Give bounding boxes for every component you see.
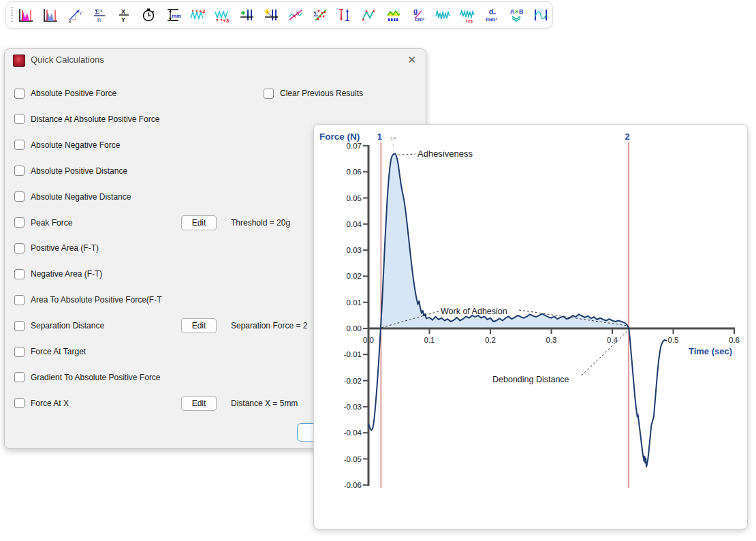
y-tick-label: 0.01 bbox=[347, 298, 362, 307]
checkbox-force-at-x[interactable] bbox=[14, 398, 25, 408]
toolbar-count-peaks-up-3-icon[interactable]: +3 bbox=[189, 6, 206, 24]
row-clear-previous-results: Clear Previous Results bbox=[264, 85, 363, 102]
toolbar-a-times-b-icon[interactable]: A×B bbox=[507, 6, 525, 24]
checkbox-area-to-absolute-positive-force-f-t[interactable] bbox=[14, 295, 25, 305]
svg-text:B: B bbox=[519, 8, 524, 15]
svg-text:x: x bbox=[100, 8, 103, 13]
toolbar-diameter-mm3-icon[interactable]: dmm³ bbox=[483, 6, 501, 24]
checkbox-absolute-positive-force[interactable] bbox=[14, 89, 25, 99]
edit-button-force-at-x[interactable]: Edit bbox=[181, 396, 217, 411]
svg-text:mm³: mm³ bbox=[486, 16, 497, 22]
gradient-through-curve-icon bbox=[287, 7, 304, 23]
toolbar-slope-arrows-icon[interactable] bbox=[360, 6, 378, 24]
svg-text:Σ: Σ bbox=[313, 10, 318, 18]
y-axis-title: Force (N) bbox=[319, 132, 360, 142]
x-axis-title: Time (sec) bbox=[689, 346, 732, 356]
y-tick-label: -0.03 bbox=[344, 403, 362, 411]
row-positive-area-f-t: Positive Area (F-T) bbox=[14, 240, 99, 256]
y-tick-label: 0.03 bbox=[347, 246, 362, 254]
toolbar-grip[interactable] bbox=[11, 7, 13, 23]
toolbar-area-band-icon[interactable] bbox=[385, 6, 403, 24]
checkbox-absolute-negative-force[interactable] bbox=[14, 140, 25, 150]
x-tick-label: 0.2 bbox=[485, 336, 496, 344]
dialog-title: Quick Calculations bbox=[31, 55, 104, 65]
close-icon[interactable]: ✕ bbox=[407, 54, 416, 65]
value-force-at-x: Distance X = 5mm bbox=[231, 399, 298, 408]
toolbar-marker-cursors-star-icon[interactable] bbox=[262, 6, 280, 24]
checkbox-distance-at-absolute-positive-force[interactable] bbox=[14, 114, 25, 124]
toolbar-gradient-xy-icon[interactable]: xY bbox=[66, 6, 84, 24]
svg-text:+3: +3 bbox=[223, 18, 230, 23]
checkbox-absolute-positive-distance[interactable] bbox=[14, 166, 25, 176]
annotation-debonding-distance: Debonding Distance bbox=[492, 375, 569, 384]
y-tick-label: 0.00 bbox=[347, 324, 362, 333]
toolbar-count-peaks-down-3-icon[interactable]: +3 bbox=[213, 6, 231, 24]
row-distance-at-absolute-positive-force: Distance At Absolute Positive Force bbox=[14, 111, 159, 127]
checkbox-separation-distance[interactable] bbox=[14, 321, 25, 331]
count-peaks-down-3-icon: +3 bbox=[214, 7, 230, 23]
ratio-x-y-icon: XY bbox=[116, 7, 132, 23]
marker-cursors-star-icon bbox=[263, 7, 279, 23]
label-negative-area-f-t: Negative Area (F-T) bbox=[31, 269, 102, 279]
edit-button-peak-force[interactable]: Edit bbox=[181, 215, 217, 230]
row-absolute-positive-force: Absolute Positive Force bbox=[14, 85, 116, 102]
checkbox-clear-previous-results[interactable] bbox=[264, 89, 274, 99]
row-force-at-x: Force At X bbox=[14, 395, 69, 412]
toolbar-ratio-x-y-icon[interactable]: XY bbox=[115, 6, 133, 24]
edit-button-separation-distance[interactable]: Edit bbox=[181, 318, 217, 333]
density-g-cm3-icon: gcm³ bbox=[410, 7, 426, 23]
chart-peaks-blue-icon bbox=[42, 7, 59, 23]
checkbox-positive-area-f-t[interactable] bbox=[14, 243, 25, 253]
toolbar-chart-peaks-blue-icon[interactable] bbox=[42, 6, 59, 24]
checkbox-force-at-target[interactable] bbox=[14, 347, 25, 357]
force-time-chart[interactable]: 120.070.060.050.040.030.020.010.00-0.01-… bbox=[314, 125, 747, 529]
toolbar-force-target-arrows-icon[interactable] bbox=[336, 6, 353, 24]
toolbar-time-stopwatch-icon[interactable] bbox=[140, 6, 157, 24]
x-tick-label: 0.5 bbox=[668, 336, 679, 344]
row-area-to-absolute-positive-force-f-t: Area To Absolute Positive Force(F-T bbox=[14, 292, 162, 308]
annotation-leader bbox=[582, 330, 628, 375]
x-tick-label: 0.6 bbox=[729, 336, 740, 344]
row-absolute-negative-distance: Absolute Negative Distance bbox=[14, 189, 131, 205]
waveform-icon bbox=[435, 7, 451, 23]
row-absolute-positive-distance: Absolute Positive Distance bbox=[14, 163, 127, 179]
toolbar-gradient-through-curve-icon[interactable] bbox=[287, 6, 304, 24]
label-force-at-x: Force At X bbox=[31, 399, 69, 408]
row-peak-force: Peak Force bbox=[14, 215, 72, 231]
y-tick-label: -0.01 bbox=[344, 350, 362, 358]
toolbar-curve-between-cursors-icon[interactable] bbox=[532, 6, 550, 24]
toolbar-waveform-icon[interactable] bbox=[434, 6, 452, 24]
label-peak-force: Peak Force bbox=[31, 218, 72, 228]
svg-text:mm: mm bbox=[172, 13, 181, 19]
y-tick-label: 0.02 bbox=[347, 272, 362, 280]
y-tick-label: 0.06 bbox=[347, 168, 362, 176]
checkbox-negative-area-f-t[interactable] bbox=[14, 269, 25, 279]
y-tick-label: -0.02 bbox=[344, 377, 362, 385]
label-area-to-absolute-positive-force-f-t: Area To Absolute Positive Force(F-T bbox=[31, 295, 162, 305]
toolbar-waveform-rzs-icon[interactable]: rzs bbox=[458, 6, 476, 24]
label-gradient-to-absolute-positive-force: Gradient To Absolute Positive Force bbox=[31, 373, 161, 382]
label-distance-at-absolute-positive-force: Distance At Absolute Positive Force bbox=[31, 114, 159, 124]
y-tick-label: 0.07 bbox=[347, 142, 362, 150]
svg-text:g: g bbox=[413, 7, 418, 15]
app-logo-icon bbox=[13, 55, 25, 67]
toolbar-distance-mm-icon[interactable]: mm bbox=[164, 6, 182, 24]
toolbar-chart-peaks-pink-icon[interactable] bbox=[17, 6, 35, 24]
checkbox-absolute-negative-distance[interactable] bbox=[14, 191, 25, 202]
toolbar-sum-scatter-icon[interactable]: Σ bbox=[311, 6, 329, 24]
label-absolute-negative-distance: Absolute Negative Distance bbox=[31, 192, 131, 202]
y-tick-label: -0.06 bbox=[344, 481, 362, 489]
label-positive-area-f-t: Positive Area (F-T) bbox=[31, 243, 99, 253]
y-tick-label: 0.04 bbox=[347, 220, 362, 228]
toolbar-density-g-cm3-icon[interactable]: gcm³ bbox=[409, 6, 427, 24]
toolbar-marker-cursors-cross-icon[interactable] bbox=[238, 6, 255, 24]
toolbar-average-sigma-n-icon[interactable]: Σxn bbox=[91, 6, 108, 24]
x-tick-label: 0.3 bbox=[546, 336, 557, 344]
dialog-titlebar[interactable]: Quick Calculations ✕ bbox=[5, 49, 426, 71]
svg-text:n: n bbox=[97, 16, 101, 23]
y-tick-label: -0.05 bbox=[344, 455, 362, 463]
checkbox-gradient-to-absolute-positive-force[interactable] bbox=[14, 372, 25, 382]
sum-scatter-icon: Σ bbox=[312, 7, 328, 23]
x-tick-label: 0.4 bbox=[607, 336, 618, 344]
checkbox-peak-force[interactable] bbox=[14, 217, 25, 228]
